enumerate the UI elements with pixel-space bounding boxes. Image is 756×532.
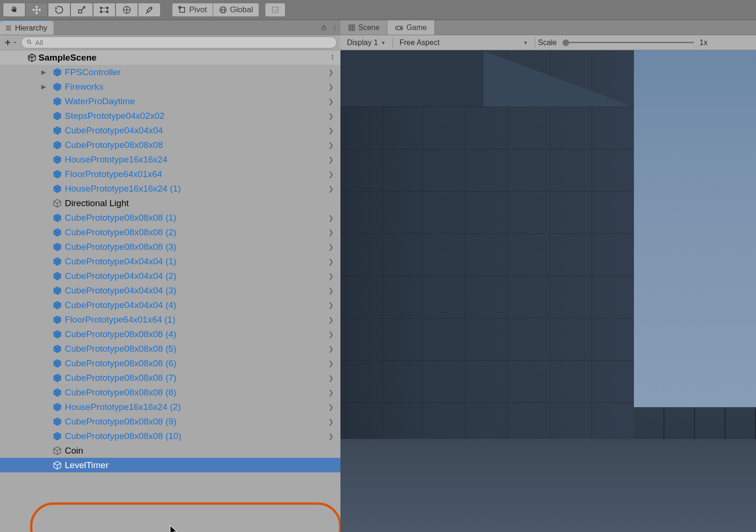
gameobject-icon	[53, 359, 62, 368]
item-label: CubePrototype04x04x04 (1)	[65, 256, 325, 267]
tools-icon	[145, 5, 154, 15]
game-tab[interactable]: Game	[387, 20, 435, 35]
open-prefab-button[interactable]: ❯	[325, 345, 337, 353]
hierarchy-item[interactable]: CubePrototype04x04x04 (4)❯	[0, 298, 340, 312]
gameobject-icon	[53, 330, 62, 339]
hierarchy-item[interactable]: HousePrototype16x16x24 (1)❯	[0, 181, 340, 196]
panel-menu-button[interactable]	[329, 20, 340, 35]
hierarchy-item[interactable]: FloorPrototype64x01x64❯	[0, 167, 340, 181]
snap-toggle-button[interactable]	[265, 3, 285, 17]
hierarchy-item[interactable]: CubePrototype04x04x04❯	[0, 123, 340, 138]
hierarchy-item[interactable]: CubePrototype08x08x08 (3)❯	[0, 239, 340, 254]
hierarchy-item[interactable]: HousePrototype16x16x24❯	[0, 152, 340, 167]
scene-row[interactable]: ▼ SampleScene	[0, 50, 340, 65]
scene-tab[interactable]: Scene	[340, 20, 387, 35]
hierarchy-item[interactable]: WaterProDaytime❯	[0, 94, 340, 108]
open-prefab-button[interactable]: ❯	[325, 112, 337, 120]
scale-label: Scale	[538, 39, 557, 47]
display-label: Display 1	[347, 39, 378, 47]
svg-point-19	[332, 58, 333, 59]
svg-point-5	[107, 11, 108, 13]
open-prefab-button[interactable]: ❯	[325, 170, 337, 178]
open-prefab-button[interactable]: ❯	[325, 301, 337, 309]
open-prefab-button[interactable]: ❯	[325, 127, 337, 134]
hierarchy-item[interactable]: ▶FPSController❯	[0, 65, 340, 79]
hierarchy-item[interactable]: CubePrototype08x08x08❯	[0, 138, 340, 152]
global-toggle-button[interactable]: Global	[213, 3, 259, 17]
hierarchy-item[interactable]: LevelTimer	[0, 458, 340, 472]
open-prefab-button[interactable]: ❯	[325, 272, 337, 280]
transform-icon	[122, 5, 131, 15]
move-tool-button[interactable]	[25, 3, 48, 17]
hierarchy-item[interactable]: CubePrototype08x08x08 (9)❯	[0, 414, 340, 429]
hierarchy-item[interactable]: CubePrototype08x08x08 (1)❯	[0, 210, 340, 225]
item-label: FPSController	[65, 67, 325, 77]
hierarchy-item[interactable]: CubePrototype08x08x08 (2)❯	[0, 225, 340, 239]
open-prefab-button[interactable]: ❯	[325, 403, 337, 411]
dropdown-arrow-icon: ▼	[523, 40, 528, 46]
open-prefab-button[interactable]: ❯	[325, 69, 337, 76]
hierarchy-item[interactable]: CubePrototype08x08x08 (4)❯	[0, 327, 340, 341]
hierarchy-item[interactable]: CubePrototype04x04x04 (3)❯	[0, 283, 340, 298]
hierarchy-item[interactable]: Directional Light	[0, 196, 340, 210]
rotate-tool-button[interactable]	[48, 3, 70, 17]
open-prefab-button[interactable]: ❯	[325, 214, 337, 222]
open-prefab-button[interactable]: ❯	[325, 287, 337, 294]
scale-tool-button[interactable]	[70, 3, 93, 17]
open-prefab-button[interactable]: ❯	[325, 98, 337, 105]
hierarchy-item[interactable]: CubePrototype08x08x08 (5)❯	[0, 341, 340, 356]
slider-thumb[interactable]	[563, 39, 569, 46]
custom-tool-button[interactable]	[138, 3, 161, 17]
open-prefab-button[interactable]: ❯	[325, 156, 337, 163]
open-prefab-button[interactable]: ❯	[325, 243, 337, 251]
search-input[interactable]	[35, 39, 332, 46]
open-prefab-button[interactable]: ❯	[325, 83, 337, 91]
svg-point-14	[334, 27, 335, 28]
create-button[interactable]	[4, 39, 17, 46]
rect-tool-button[interactable]	[93, 3, 116, 17]
aspect-dropdown[interactable]: Free Aspect ▼	[396, 39, 532, 47]
hierarchy-item[interactable]: HousePrototype16x16x24 (2)❯	[0, 400, 340, 414]
scene-icon	[348, 24, 355, 31]
hierarchy-item[interactable]: CubePrototype04x04x04 (1)❯	[0, 254, 340, 269]
item-label: HousePrototype16x16x24 (2)	[65, 402, 325, 412]
hierarchy-item[interactable]: CubePrototype08x08x08 (10)❯	[0, 429, 340, 443]
hierarchy-item[interactable]: CubePrototype08x08x08 (8)❯	[0, 385, 340, 400]
open-prefab-button[interactable]: ❯	[325, 229, 337, 236]
item-label: CubePrototype08x08x08 (5)	[65, 344, 325, 354]
open-prefab-button[interactable]: ❯	[325, 432, 337, 440]
hierarchy-item[interactable]: Coin	[0, 443, 340, 458]
hierarchy-item[interactable]: FloorPrototype64x01x64 (1)❯	[0, 312, 340, 327]
hierarchy-item[interactable]: CubePrototype08x08x08 (7)❯	[0, 370, 340, 385]
hierarchy-item[interactable]: CubePrototype08x08x08 (6)❯	[0, 356, 340, 370]
pivot-toggle-button[interactable]: Pivot	[172, 3, 213, 17]
open-prefab-button[interactable]: ❯	[325, 258, 337, 265]
open-prefab-button[interactable]: ❯	[325, 141, 337, 149]
scene-tab-label: Scene	[358, 23, 379, 32]
open-prefab-button[interactable]: ❯	[325, 374, 337, 382]
foldout-icon[interactable]: ▶	[41, 69, 46, 76]
foldout-icon[interactable]: ▶	[41, 83, 46, 90]
hand-tool-button[interactable]	[3, 3, 25, 17]
item-label: Fireworks	[65, 82, 325, 92]
open-prefab-button[interactable]: ❯	[325, 316, 337, 324]
foldout-icon[interactable]: ▼	[26, 54, 32, 61]
open-prefab-button[interactable]: ❯	[325, 185, 337, 193]
hierarchy-search[interactable]	[21, 37, 337, 48]
open-prefab-button[interactable]: ❯	[325, 331, 337, 338]
transform-tool-button[interactable]	[116, 3, 138, 17]
open-prefab-button[interactable]: ❯	[325, 389, 337, 396]
item-label: Directional Light	[65, 198, 340, 208]
display-dropdown[interactable]: Display 1 ▼	[343, 39, 390, 47]
open-prefab-button[interactable]: ❯	[325, 418, 337, 425]
scene-name: SampleScene	[39, 53, 329, 63]
scene-options-button[interactable]	[329, 53, 336, 63]
hierarchy-item[interactable]: ▶Fireworks❯	[0, 79, 340, 94]
hierarchy-tab[interactable]: Hierarchy	[0, 20, 54, 35]
hierarchy-item[interactable]: CubePrototype04x04x04 (2)❯	[0, 269, 340, 283]
open-prefab-button[interactable]: ❯	[325, 360, 337, 367]
panel-lock-button[interactable]	[318, 20, 329, 35]
gameobject-icon	[53, 184, 62, 193]
scale-slider[interactable]	[563, 42, 694, 43]
hierarchy-item[interactable]: StepsPrototype04x02x02❯	[0, 108, 340, 123]
